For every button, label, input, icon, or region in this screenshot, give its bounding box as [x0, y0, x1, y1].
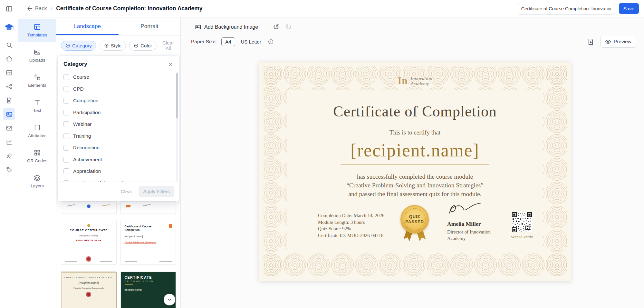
checkbox[interactable] — [63, 110, 69, 115]
link-icon[interactable] — [3, 150, 15, 162]
style-filter-button[interactable]: Style — [100, 41, 126, 51]
category-option-achievement[interactable]: Achievement — [63, 154, 174, 166]
template-thumbnail-completion-classic[interactable]: COURSE COMPLETION CERTIFICATE [recipient… — [61, 272, 117, 308]
certificate-canvas[interactable]: In Innovation Academy Certificate of Com… — [259, 62, 571, 281]
sidebar-item-qr-codes[interactable]: QR Codes — [18, 144, 56, 168]
category-option-webinar[interactable]: Webinar — [63, 118, 174, 130]
certify-line[interactable]: This is to certify that — [259, 129, 571, 136]
breadcrumb-separator: / — [51, 6, 52, 12]
analytics-chart-icon[interactable] — [3, 136, 15, 148]
save-button[interactable]: Save — [619, 3, 639, 14]
checkbox[interactable] — [63, 145, 69, 151]
certificate-title-input[interactable] — [518, 3, 615, 15]
add-background-image-button[interactable]: Add Background Image — [195, 24, 258, 30]
option-label: CPD — [73, 86, 84, 92]
search-icon[interactable] — [3, 39, 15, 51]
thumbnail-accent: Digital Marketing Strategies — [125, 241, 172, 244]
app-logo-graduation-cap-icon[interactable] — [3, 21, 15, 34]
signature-line — [125, 259, 137, 262]
category-option-employee-of-the-month[interactable]: Employee of the Month — [63, 177, 174, 182]
category-filter-button[interactable]: Category — [61, 41, 96, 51]
back-button[interactable]: Back — [27, 5, 47, 12]
checkbox[interactable] — [63, 168, 69, 174]
category-option-cpd[interactable]: CPD — [63, 83, 174, 95]
checkbox[interactable] — [63, 133, 69, 139]
ribbon-decoration — [87, 204, 91, 208]
image-icon[interactable] — [3, 108, 15, 120]
sidebar-item-uploads[interactable]: Uploads — [18, 44, 56, 67]
sidebar-item-templates[interactable]: Templates — [18, 19, 56, 42]
color-filter-button[interactable]: Color — [129, 41, 157, 51]
category-option-course[interactable]: Course — [63, 71, 174, 83]
clear-all-filters-button[interactable]: Clear All — [160, 40, 176, 51]
sidebar-item-elements[interactable]: Elements — [18, 69, 56, 92]
qr-codes-icon — [34, 149, 41, 156]
home-icon[interactable] — [3, 53, 15, 65]
orientation-tabs: Landscape Portrait — [56, 17, 180, 35]
checkbox[interactable] — [63, 121, 69, 127]
paper-size-us-letter-button[interactable]: US Letter — [238, 38, 264, 46]
redo-icon[interactable]: ↻ — [285, 23, 292, 31]
checkbox[interactable] — [63, 98, 69, 104]
quiz-passed-badge[interactable]: QUIZ PASSED — [400, 205, 429, 244]
recipient-name-placeholder[interactable]: [recipient.name] — [259, 140, 571, 161]
certificate-title[interactable]: Certificate of Completion — [259, 103, 571, 120]
signature-block[interactable]: Amelia Miller Director of Innovation Aca… — [447, 201, 508, 242]
certificate-body-text[interactable]: has successfully completed the course mo… — [259, 172, 571, 198]
template-thumbnail-partial[interactable] — [120, 201, 176, 214]
category-option-participation[interactable]: Participation — [63, 107, 174, 119]
sidebar-item-attributes[interactable]: Attributes — [18, 119, 56, 143]
add-background-image-label: Add Background Image — [204, 24, 258, 30]
dashboard-table-icon[interactable] — [3, 66, 15, 79]
thumbnail-title: CERTIFICATE — [125, 275, 172, 279]
tag-icon[interactable] — [3, 164, 15, 176]
paper-size-a4-button[interactable]: A4 — [221, 37, 235, 46]
thumbnail-footer — [125, 259, 172, 262]
academy-logo-line1: Innovation — [411, 75, 432, 81]
clear-button[interactable]: Clear — [118, 186, 136, 197]
sidebar-item-text[interactable]: Text — [18, 94, 56, 117]
checkbox[interactable] — [63, 74, 69, 80]
qr-code — [512, 212, 532, 232]
template-thumbnail-partial[interactable] — [61, 201, 117, 214]
academy-logo-mark: In — [398, 75, 408, 87]
tab-landscape[interactable]: Landscape — [56, 17, 119, 35]
apply-filters-button[interactable]: Apply Filters — [139, 186, 174, 197]
category-option-appreciation[interactable]: Appreciation — [63, 165, 174, 177]
export-pdf-icon[interactable] — [587, 38, 594, 45]
category-option-recognition[interactable]: Recognition — [63, 142, 174, 154]
thumbnail-recipient: [recipient.name] — [78, 281, 99, 284]
template-thumbnail-course-completion[interactable]: Certificate of Course Completion [recipi… — [120, 221, 176, 264]
category-option-completion[interactable]: Completion — [63, 95, 174, 107]
tab-portrait[interactable]: Portrait — [119, 17, 181, 35]
certificate-id: Certificate ID: MOD-2026-04718 — [318, 232, 384, 239]
template-thumbnail-course-certificate[interactable]: COURSE CERTIFICATE [recipient.name] FINA… — [61, 221, 117, 264]
mail-icon[interactable] — [3, 122, 15, 134]
body-line1: has successfully completed the course mo… — [259, 172, 571, 181]
completion-date: Completion Date: March 14, 2026 — [318, 212, 384, 219]
scrollbar-thumb[interactable] — [176, 73, 178, 118]
close-icon[interactable] — [167, 61, 174, 67]
share-network-icon[interactable] — [3, 80, 15, 93]
category-option-training[interactable]: Training — [63, 130, 174, 142]
document-icon[interactable] — [3, 94, 15, 106]
sidebar-item-layers[interactable]: Layers — [18, 170, 56, 193]
info-icon[interactable] — [268, 39, 274, 45]
module-length: Module Length: 3 hours — [318, 219, 384, 226]
sidebar-item-label: Attributes — [28, 133, 46, 138]
preview-button[interactable]: Preview — [600, 36, 636, 48]
body-line3: and passed the final assessment quiz for… — [259, 190, 571, 198]
category-dropdown-header: Category — [58, 56, 179, 70]
panel-toggle-icon[interactable] — [3, 3, 15, 15]
scroll-down-button[interactable] — [164, 294, 175, 305]
category-dropdown-title: Category — [63, 61, 87, 67]
style-filter-label: Style — [111, 43, 121, 48]
academy-logo[interactable]: In Innovation Academy — [259, 74, 571, 88]
thumbnail-recipient: [recipient.name] — [125, 288, 172, 291]
checkbox[interactable] — [63, 86, 69, 92]
undo-icon[interactable]: ↺ — [273, 23, 279, 31]
badge-medal: QUIZ PASSED — [400, 205, 429, 233]
completion-details[interactable]: Completion Date: March 14, 2026 Module L… — [318, 212, 384, 239]
verification-qr-block[interactable]: Scan to Verify — [508, 212, 536, 240]
checkbox[interactable] — [63, 157, 69, 163]
